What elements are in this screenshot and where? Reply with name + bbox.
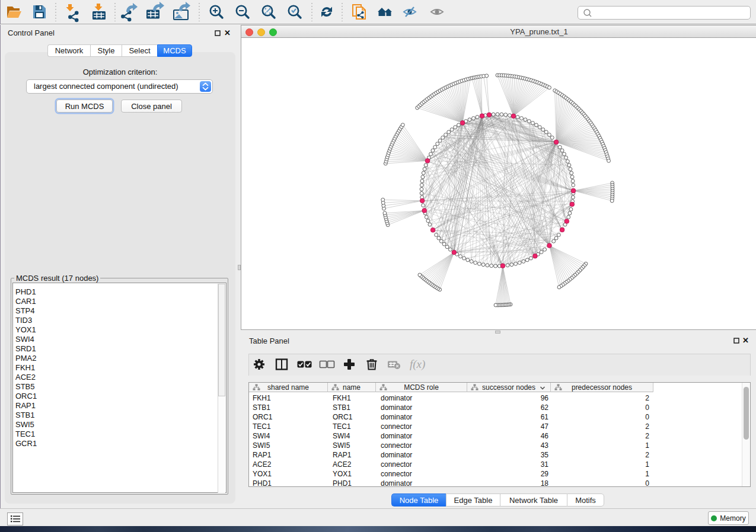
- svg-text:f(x): f(x): [410, 358, 425, 371]
